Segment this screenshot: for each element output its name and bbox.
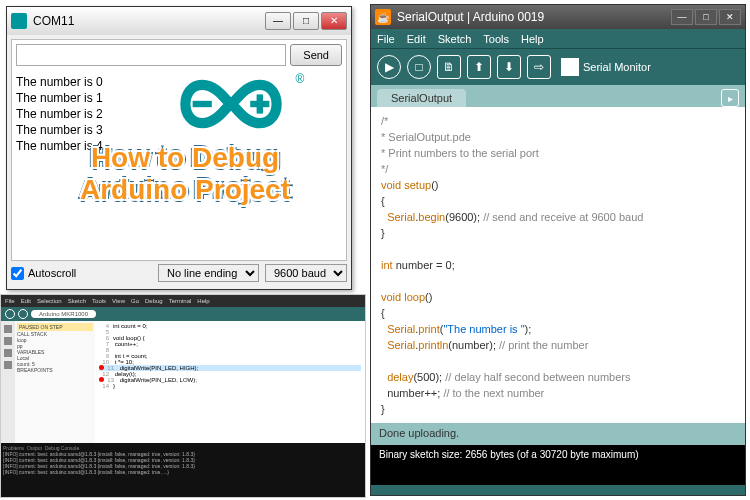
- stop-button[interactable]: □: [407, 55, 431, 79]
- paused-banner: PAUSED ON STEP: [17, 323, 93, 331]
- board-select[interactable]: Arduino MKR1000: [31, 310, 96, 318]
- close-button[interactable]: ✕: [719, 9, 741, 25]
- arduino-infinity-icon: [166, 72, 296, 140]
- send-button[interactable]: Send: [290, 44, 342, 66]
- baud-select[interactable]: 9600 baud: [265, 264, 347, 282]
- terminal-panel[interactable]: Problems Output Debug Console [INFO] cur…: [1, 443, 365, 498]
- minimize-button[interactable]: —: [671, 9, 693, 25]
- sketch-tab[interactable]: SerialOutput: [377, 89, 466, 107]
- ide-toolbar: ▶ □ 🗎 ⬆ ⬇ ⇨ Serial Monitor: [371, 49, 745, 85]
- tutorial-title: How to Debug Arduino Project: [20, 142, 350, 206]
- registered-mark: ®: [296, 72, 305, 86]
- activity-bar[interactable]: [1, 321, 15, 443]
- serial-monitor-icon: [561, 58, 579, 76]
- autoscroll-checkbox[interactable]: Autoscroll: [11, 267, 152, 280]
- verify-button[interactable]: ▶: [377, 55, 401, 79]
- ide-menubar[interactable]: File Edit Sketch Tools Help: [371, 29, 745, 49]
- window-title: COM11: [33, 14, 265, 28]
- serial-monitor-button[interactable]: Serial Monitor: [561, 58, 651, 76]
- ide-titlebar[interactable]: ☕ SerialOutput | Arduino 0019 — □ ✕: [371, 5, 745, 29]
- new-button[interactable]: 🗎: [437, 55, 461, 79]
- arduino-logo-overlay: ® How to Debug Arduino Project: [130, 72, 340, 140]
- maximize-button[interactable]: □: [695, 9, 717, 25]
- menu-edit[interactable]: Edit: [407, 33, 426, 45]
- verify-icon[interactable]: [5, 309, 15, 319]
- upload-button[interactable]: ⇨: [527, 55, 551, 79]
- vscode-menubar[interactable]: File Edit Selection Sketch Tools View Go…: [1, 295, 365, 307]
- titlebar[interactable]: COM11 — □ ✕: [7, 7, 351, 35]
- extensions-icon[interactable]: [4, 361, 12, 369]
- vscode-toolbar: Arduino MKR1000: [1, 307, 365, 321]
- explorer-icon[interactable]: [4, 325, 12, 333]
- search-icon[interactable]: [4, 337, 12, 345]
- open-button[interactable]: ⬆: [467, 55, 491, 79]
- menu-sketch[interactable]: Sketch: [438, 33, 472, 45]
- arduino-ide-window: ☕ SerialOutput | Arduino 0019 — □ ✕ File…: [370, 4, 746, 496]
- line-ending-select[interactable]: No line ending: [158, 264, 259, 282]
- debug-sidebar: PAUSED ON STEP CALL STACK loop pp VARIAB…: [15, 321, 95, 443]
- minimize-button[interactable]: —: [265, 12, 291, 30]
- vscode-window: File Edit Selection Sketch Tools View Go…: [0, 294, 366, 498]
- serial-input[interactable]: [16, 44, 286, 66]
- code-editor[interactable]: 4int count = 0; 5 6void loop() { 7 count…: [95, 321, 365, 443]
- maximize-button[interactable]: □: [293, 12, 319, 30]
- close-button[interactable]: ✕: [321, 12, 347, 30]
- menu-file[interactable]: File: [377, 33, 395, 45]
- menu-tools[interactable]: Tools: [483, 33, 509, 45]
- ide-console: Binary sketch size: 2656 bytes (of a 307…: [371, 445, 745, 485]
- tab-menu-button[interactable]: ▸: [721, 89, 739, 107]
- breakpoints-header[interactable]: BREAKPOINTS: [17, 367, 93, 373]
- ide-footer: [371, 485, 745, 495]
- app-icon: [11, 13, 27, 29]
- save-button[interactable]: ⬇: [497, 55, 521, 79]
- java-icon: ☕: [375, 9, 391, 25]
- upload-icon[interactable]: [18, 309, 28, 319]
- ide-status: Done uploading.: [371, 423, 745, 445]
- code-editor[interactable]: /* * SerialOutput.pde * Print numbers to…: [371, 107, 745, 423]
- menu-help[interactable]: Help: [521, 33, 544, 45]
- ide-tab-bar: SerialOutput ▸: [371, 85, 745, 107]
- debug-icon[interactable]: [4, 349, 12, 357]
- ide-title: SerialOutput | Arduino 0019: [397, 10, 671, 24]
